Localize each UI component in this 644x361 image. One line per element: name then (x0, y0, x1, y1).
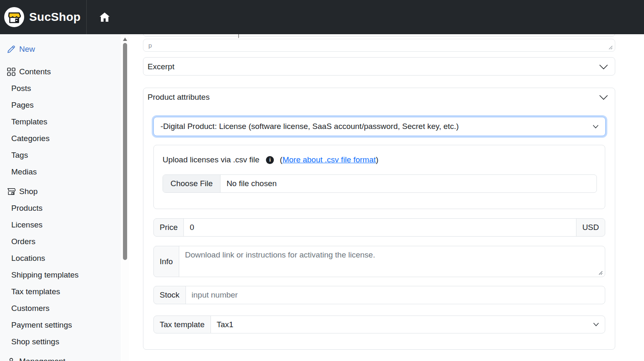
product-attributes-header[interactable]: Product attributes (143, 88, 615, 106)
editor-path-bar[interactable]: p (143, 39, 615, 52)
sidebar-item-label: Tax templates (11, 287, 60, 296)
sidebar-nav: New Contents Posts Pages Templates Categ… (0, 34, 121, 361)
sidebar-item-label: Templates (11, 117, 48, 126)
sidebar-item-label: Pages (11, 101, 34, 110)
brand-name: SucShop (29, 10, 86, 24)
sidebar-section-label: Management (19, 357, 65, 361)
sidebar-item-label: Shipping templates (11, 270, 79, 280)
upload-licenses-label: Upload licenses via .csv file (163, 155, 259, 164)
product-attributes-title: Product attributes (148, 93, 210, 102)
csv-file-input[interactable]: Choose File No file chosen (163, 174, 597, 193)
sidebar-item-categories[interactable]: Categories (0, 130, 121, 147)
sidebar-item-payment-settings[interactable]: Payment settings (0, 317, 121, 333)
info-icon[interactable]: i (266, 156, 274, 164)
sidebar-item-label: Shop settings (11, 337, 59, 346)
sidebar-item-licenses[interactable]: Licenses (0, 217, 121, 233)
tax-template-select[interactable]: Tax1 (210, 316, 605, 333)
price-field-wrap (183, 218, 576, 237)
sidebar-item-shop-settings[interactable]: Shop settings (0, 333, 121, 350)
scrollbar-thumb[interactable] (123, 43, 127, 260)
chevron-down-icon (593, 125, 599, 129)
sidebar-item-posts[interactable]: Posts (0, 80, 121, 97)
product-type-select-value: -Digital Product: License (software lice… (160, 122, 459, 131)
price-input[interactable] (190, 223, 570, 232)
file-chosen-status: No file chosen (221, 175, 276, 192)
sidebar-item-label: Locations (11, 254, 45, 263)
sidebar-item-label: Tags (11, 151, 28, 160)
sidebar-item-tags[interactable]: Tags (0, 147, 121, 164)
link-paren-close: ) (376, 155, 378, 164)
sucshop-logo-icon (4, 7, 24, 27)
sidebar-item-pages[interactable]: Pages (0, 97, 121, 114)
chevron-down-icon (593, 323, 599, 326)
sidebar-item-medias[interactable]: Medias (0, 164, 121, 180)
sidebar-item-label: Orders (11, 237, 35, 246)
sidebar-item-customers[interactable]: Customers (0, 300, 121, 317)
brand[interactable]: SucShop (0, 0, 86, 34)
tax-template-select-value: Tax1 (217, 320, 233, 329)
excerpt-panel: Excerpt (143, 57, 615, 76)
upload-licenses-box: Upload licenses via .csv file i (More ab… (153, 145, 605, 209)
main-content: p Excerpt Product attributes -Digital Pr… (143, 0, 615, 361)
person-icon (7, 357, 16, 361)
choose-file-label: Choose File (170, 179, 213, 188)
sidebar-item-tax-templates[interactable]: Tax templates (0, 283, 121, 300)
chevron-down-icon[interactable] (599, 64, 608, 70)
info-group: Info (153, 246, 605, 277)
product-attributes-panel: Product attributes -Digital Product: Lic… (143, 88, 615, 350)
sidebar-scrollbar[interactable] (122, 34, 129, 361)
sidebar-item-label: Customers (11, 304, 50, 313)
tax-template-label: Tax template (153, 316, 211, 333)
header-divider (86, 0, 87, 34)
product-type-select[interactable]: -Digital Product: License (software lice… (153, 117, 606, 136)
sidebar-item-label: Licenses (11, 220, 43, 230)
scrollbar-up-arrow-icon[interactable] (123, 38, 127, 41)
stock-group: Stock (153, 286, 605, 304)
info-field-wrap (179, 246, 605, 277)
sidebar-section-contents[interactable]: Contents (0, 63, 121, 80)
storefront-icon (7, 187, 16, 196)
price-group: Price USD (153, 218, 605, 237)
excerpt-title: Excerpt (148, 62, 174, 71)
home-button[interactable] (99, 12, 110, 23)
stock-input[interactable] (192, 290, 599, 300)
sidebar-item-label: Products (11, 204, 43, 213)
pencil-icon (7, 45, 16, 54)
sidebar-item-label: Posts (11, 84, 31, 93)
sidebar-section-label: Contents (19, 67, 51, 76)
sidebar-section-shop[interactable]: Shop (0, 183, 121, 200)
stock-field-wrap (185, 286, 605, 304)
sidebar-item-templates[interactable]: Templates (0, 114, 121, 130)
sidebar-item-orders[interactable]: Orders (0, 233, 121, 250)
editor-path-label: p (148, 42, 152, 49)
choose-file-button[interactable]: Choose File (163, 175, 221, 192)
price-currency-label: USD (576, 218, 605, 237)
sidebar-item-new[interactable]: New (0, 41, 121, 58)
home-icon (100, 13, 110, 22)
sidebar-item-label: Medias (11, 167, 37, 177)
excerpt-panel-header[interactable]: Excerpt (143, 58, 615, 76)
sidebar-item-label: New (19, 45, 35, 54)
grid-icon (7, 67, 16, 76)
resize-grip-icon[interactable] (598, 270, 603, 275)
sidebar-item-locations[interactable]: Locations (0, 250, 121, 267)
sidebar-item-products[interactable]: Products (0, 200, 121, 217)
csv-format-link[interactable]: More about .csv file format (283, 155, 376, 164)
sidebar-item-label: Categories (11, 134, 50, 143)
info-textarea[interactable] (185, 250, 599, 269)
sidebar-item-label: Payment settings (11, 321, 72, 330)
sidebar-item-shipping-templates[interactable]: Shipping templates (0, 267, 121, 283)
info-label: Info (153, 246, 179, 277)
sidebar-section-label: Shop (19, 187, 38, 196)
tax-template-group: Tax template Tax1 (153, 316, 605, 333)
top-header-bar: SucShop (0, 0, 644, 34)
price-label: Price (153, 218, 184, 237)
sidebar-section-management[interactable]: Management (0, 353, 121, 361)
chevron-down-icon[interactable] (599, 95, 608, 100)
info-icon-glyph: i (269, 157, 271, 163)
resize-grip-icon[interactable] (608, 45, 613, 50)
stock-label: Stock (153, 286, 186, 304)
